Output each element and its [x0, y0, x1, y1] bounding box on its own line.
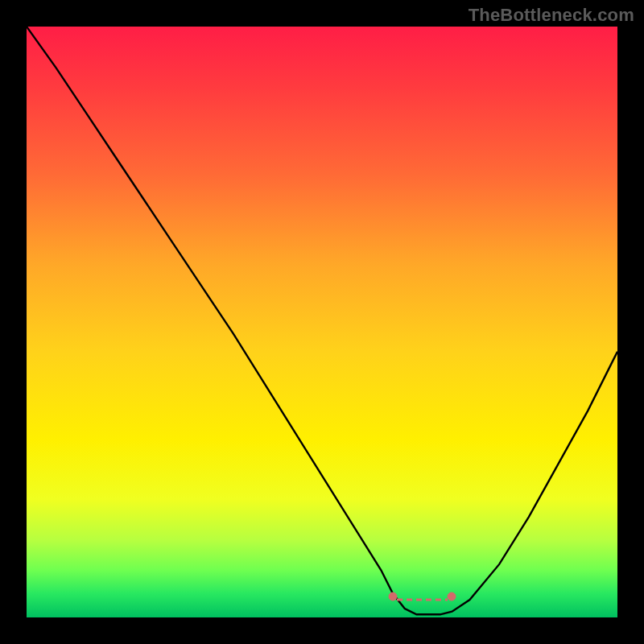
svg-point-0: [389, 592, 397, 601]
plot-area: [27, 27, 617, 617]
optimal-plateau: [389, 592, 456, 601]
svg-point-1: [448, 592, 456, 601]
chart-frame: TheBottleneck.com: [0, 0, 644, 644]
watermark-text: TheBottleneck.com: [469, 5, 634, 26]
bottleneck-curve: [27, 27, 617, 617]
curve-path: [27, 27, 617, 614]
